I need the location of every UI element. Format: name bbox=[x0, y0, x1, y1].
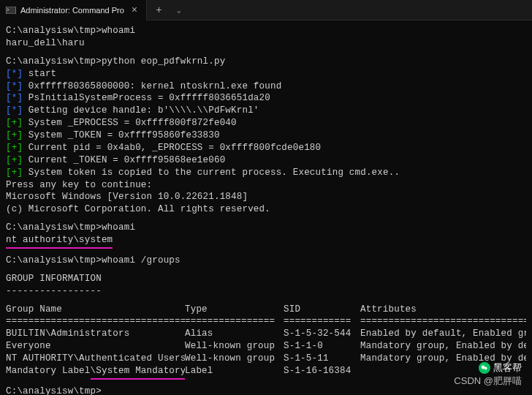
close-icon[interactable]: × bbox=[129, 4, 140, 16]
table-separator: ================================= ======… bbox=[6, 315, 526, 328]
terminal-output[interactable]: C:\analysisw\tmp>whoami haru_dell\haru C… bbox=[0, 20, 532, 395]
table-row: NT AUTHORITY\Authenticated Users Well-kn… bbox=[6, 353, 526, 365]
tab-dropdown-button[interactable]: ⌄ bbox=[171, 6, 187, 15]
output-line: [*] Getting device handle: b'\\\\.\\PdFw… bbox=[6, 105, 526, 117]
prompt-line: C:\analysisw\tmp>whoami /groups bbox=[6, 255, 526, 267]
output-line: [+] System token is copied to the curren… bbox=[6, 167, 526, 179]
output-line: nt authority\system bbox=[6, 234, 526, 249]
output-line: [+] Current pid = 0x4ab0, _EPROCESS = 0x… bbox=[6, 142, 526, 154]
output-line: Press any key to continue: bbox=[6, 179, 526, 192]
prompt-line: C:\analysisw\tmp> bbox=[6, 385, 526, 395]
output-line: (c) Microsoft Corporation. All rights re… bbox=[6, 203, 526, 216]
prompt-line: C:\analysisw\tmp>whoami bbox=[6, 222, 526, 234]
table-header: Group Name Type SID Attributes bbox=[6, 304, 526, 316]
section-header: GROUP INFORMATION bbox=[6, 273, 526, 285]
window-titlebar: Administrator: Command Pro × + ⌄ bbox=[0, 0, 532, 20]
output-line: [+] System _TOKEN = 0xffff95860fe33830 bbox=[6, 129, 526, 142]
watermark-csdn: CSDN @肥胖喵 bbox=[454, 375, 522, 388]
watermark-wechat: 黑客帮 bbox=[479, 361, 522, 375]
prompt-line: C:\analysisw\tmp>python eop_pdfwkrnl.py bbox=[6, 56, 526, 68]
output-line: [*] 0xfffff80365800000: kernel ntoskrnl.… bbox=[6, 80, 526, 93]
wechat-icon bbox=[479, 362, 490, 374]
table-row: BUILTIN\Administrators Alias S-1-5-32-54… bbox=[6, 328, 526, 340]
output-line: [+] System _EPROCESS = 0xffff800f872fe04… bbox=[6, 117, 526, 129]
output-line: haru_dell\haru bbox=[6, 37, 526, 50]
table-row: Everyone Well-known group S-1-1-0 Mandat… bbox=[6, 340, 526, 353]
terminal-icon bbox=[6, 5, 16, 15]
output-line: Microsoft Windows [Version 10.0.22621.18… bbox=[6, 191, 526, 203]
output-line: [+] Current _TOKEN = 0xffff95868ee1e060 bbox=[6, 154, 526, 167]
section-underline: ----------------- bbox=[6, 285, 526, 298]
output-line: [*] start bbox=[6, 68, 526, 80]
svg-point-2 bbox=[484, 367, 487, 370]
table-row: Mandatory Label\System Mandatory Level L… bbox=[6, 365, 526, 380]
tab-title: Administrator: Command Pro bbox=[20, 6, 124, 15]
new-tab-button[interactable]: + bbox=[147, 4, 170, 16]
tab-terminal[interactable]: Administrator: Command Pro × bbox=[0, 0, 147, 20]
output-line: [*] PsInitialSystemProcess = 0xfffff8036… bbox=[6, 92, 526, 105]
prompt-line: C:\analysisw\tmp>whoami bbox=[6, 25, 526, 37]
